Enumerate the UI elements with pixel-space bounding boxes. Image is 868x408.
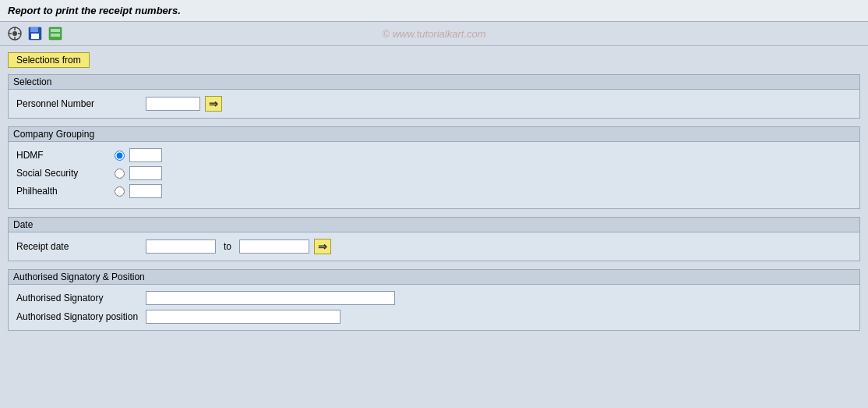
philhealth-label: Philhealth <box>16 186 110 197</box>
personnel-number-arrow-button[interactable]: ⇒ <box>205 96 222 112</box>
social-security-label: Social Security <box>16 168 110 179</box>
hdmf-radio[interactable] <box>115 151 125 161</box>
company-grouping-header: Company Grouping <box>9 127 859 142</box>
company-grouping-section: Company Grouping HDMF Social Security Ph… <box>8 126 860 209</box>
save-icon[interactable] <box>26 25 44 42</box>
title-bar: Report to print the receipt numbers. <box>0 0 868 22</box>
hdmf-row: HDMF <box>16 148 852 162</box>
company-grouping-body: HDMF Social Security Philhealth <box>9 142 859 208</box>
selection-section-header: Selection <box>9 75 859 90</box>
philhealth-input[interactable] <box>129 184 162 198</box>
toolbar: © www.tutorialkart.com <box>0 22 868 46</box>
watermark: © www.tutorialkart.com <box>382 28 485 40</box>
authorised-signatory-input[interactable] <box>146 291 395 305</box>
philhealth-radio[interactable] <box>115 186 125 197</box>
receipt-date-arrow-button[interactable]: ⇒ <box>314 239 331 254</box>
back-icon[interactable] <box>6 25 23 42</box>
receipt-date-from-input[interactable] <box>146 239 216 254</box>
local-icon[interactable] <box>47 25 64 42</box>
date-section-body: Receipt date to ⇒ <box>9 232 859 261</box>
receipt-date-to-input[interactable] <box>239 239 309 254</box>
authorised-section-body: Authorised Signatory Authorised Signator… <box>9 285 859 330</box>
page-title: Report to print the receipt numbers. <box>8 5 181 16</box>
personnel-number-row: Personnel Number ⇒ <box>16 96 852 112</box>
authorised-signatory-position-row: Authorised Signatory position <box>16 310 852 324</box>
selection-section-body: Personnel Number ⇒ <box>9 90 859 118</box>
authorised-signatory-row: Authorised Signatory <box>16 291 852 305</box>
social-security-radio[interactable] <box>115 169 125 179</box>
svg-rect-10 <box>51 29 60 32</box>
authorised-signatory-position-input[interactable] <box>146 310 340 324</box>
svg-rect-8 <box>31 34 39 39</box>
date-section: Date Receipt date to ⇒ <box>8 217 860 261</box>
svg-rect-11 <box>51 34 60 37</box>
authorised-section-header: Authorised Signatory & Position <box>9 270 859 285</box>
svg-point-1 <box>12 31 17 36</box>
personnel-number-input[interactable] <box>146 97 200 111</box>
authorised-section: Authorised Signatory & Position Authoris… <box>8 269 860 331</box>
authorised-signatory-label: Authorised Signatory <box>16 293 141 303</box>
authorised-signatory-position-label: Authorised Signatory position <box>16 311 141 322</box>
personnel-number-label: Personnel Number <box>16 98 141 109</box>
social-security-input[interactable] <box>129 166 162 180</box>
svg-rect-7 <box>30 27 38 32</box>
hdmf-label: HDMF <box>16 150 110 161</box>
receipt-date-row: Receipt date to ⇒ <box>16 239 852 254</box>
to-label: to <box>224 241 231 252</box>
date-section-header: Date <box>9 218 859 232</box>
selections-from-button[interactable]: Selections from <box>8 52 90 68</box>
hdmf-input[interactable] <box>129 148 162 162</box>
philhealth-row: Philhealth <box>16 184 852 198</box>
social-security-row: Social Security <box>16 166 852 180</box>
receipt-date-label: Receipt date <box>16 241 141 252</box>
content-area: Selections from Selection Personnel Numb… <box>0 46 868 345</box>
selection-section: Selection Personnel Number ⇒ <box>8 74 860 119</box>
